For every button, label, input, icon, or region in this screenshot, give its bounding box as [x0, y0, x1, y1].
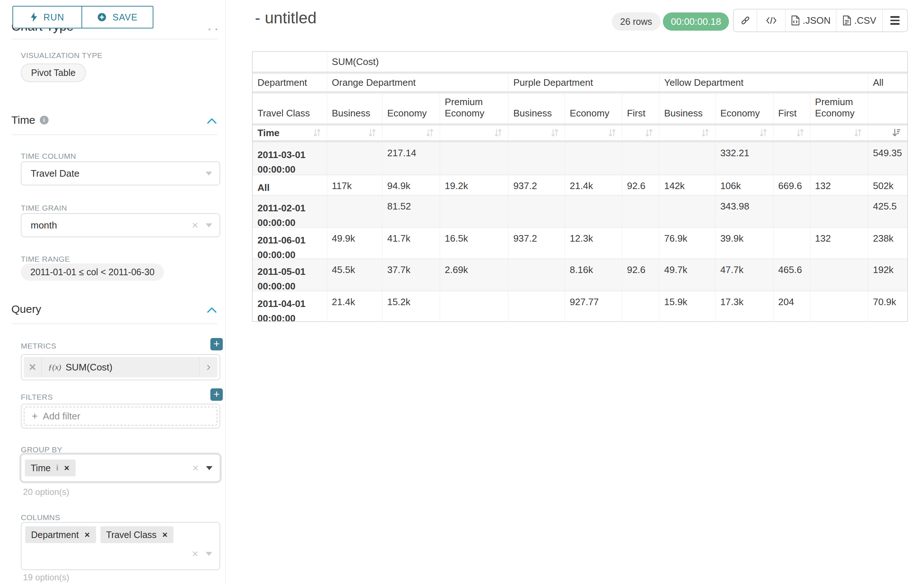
sort-toggle-icon[interactable]	[426, 128, 434, 138]
pivot-data-row: All117k94.9k19.2k937.221.4k92.6142k106k6…	[253, 174, 907, 195]
pivot-value-cell	[622, 228, 660, 258]
more-options-button[interactable]	[883, 10, 907, 31]
export-csv-button[interactable]: .CSV	[837, 10, 883, 31]
chevron-up-icon[interactable]	[207, 118, 217, 124]
sort-toggle-icon[interactable]	[701, 128, 709, 138]
time-grain-label: TIME GRAIN	[21, 204, 67, 212]
tag-label: Time	[31, 463, 51, 474]
pivot-value-cell	[440, 196, 509, 227]
chevron-down-icon[interactable]	[206, 466, 213, 470]
sort-toggle-icon[interactable]	[645, 128, 653, 138]
remove-tag-icon[interactable]: ✕	[84, 531, 90, 539]
chevron-down-icon[interactable]	[206, 224, 212, 227]
pivot-value-cell: 142k	[659, 175, 716, 195]
sort-descending-active-icon[interactable]	[892, 128, 901, 138]
time-column-select[interactable]: Travel Date	[21, 161, 220, 186]
pivot-sort-cell[interactable]	[774, 125, 810, 140]
pivot-value-cell: 17.3k	[716, 291, 774, 321]
sort-toggle-icon[interactable]	[608, 128, 616, 138]
pivot-sort-cell[interactable]	[440, 125, 509, 140]
columns-select[interactable]: Department ✕ Travel Class ✕ ×	[21, 522, 220, 570]
group-by-tag-time[interactable]: Time i ✕	[25, 459, 76, 476]
pivot-sort-cell[interactable]	[622, 125, 660, 140]
pivot-sort-cell[interactable]	[716, 125, 774, 140]
metric-label: ƒ(x) SUM(Cost)	[42, 357, 200, 377]
pivot-sort-cell[interactable]	[868, 125, 907, 140]
pivot-column-header-cell: Business	[327, 94, 383, 123]
pivot-value-cell: 8.16k	[565, 259, 622, 291]
chevron-down-icon[interactable]	[206, 171, 212, 176]
clear-icon[interactable]: ×	[192, 548, 198, 559]
tag-label: Travel Class	[106, 530, 157, 540]
time-range-pill[interactable]: 2011-01-01 ≤ col < 2011-06-30	[21, 263, 164, 281]
sort-toggle-icon[interactable]	[796, 128, 804, 138]
sort-toggle-icon[interactable]	[759, 128, 767, 138]
pivot-column-header-cell: Premium Economy	[810, 94, 868, 123]
chevron-down-icon[interactable]	[206, 552, 212, 556]
pivot-value-cell	[565, 196, 622, 227]
group-by-options-hint: 20 option(s)	[23, 487, 69, 497]
add-filter-button[interactable]: + Add filter	[24, 406, 217, 426]
export-json-label: .JSON	[803, 15, 831, 26]
pivot-row-header-cell: 2011-03-0100:00:00	[253, 142, 327, 174]
save-button[interactable]: SAVE	[82, 6, 153, 28]
group-by-select[interactable]: Time i ✕ ×	[21, 454, 220, 482]
pivot-value-cell: 117k	[327, 175, 383, 195]
pivot-value-cell	[508, 196, 565, 227]
remove-tag-icon[interactable]: ✕	[64, 464, 70, 472]
sort-toggle-icon[interactable]	[494, 128, 502, 138]
group-by-label: GROUP BY	[21, 445, 63, 454]
clear-icon[interactable]: ×	[192, 462, 199, 474]
pivot-group-header-cell: All	[868, 74, 907, 91]
pivot-value-cell	[440, 142, 509, 174]
pivot-table: SUM(Cost)DepartmentOrange DepartmentPurp…	[252, 51, 908, 322]
sort-toggle-icon[interactable]	[551, 128, 559, 138]
file-json-icon	[791, 15, 800, 26]
pivot-row-label: All	[257, 180, 269, 195]
pivot-column-header-cell: First	[774, 94, 810, 123]
pivot-sort-cell[interactable]	[659, 125, 716, 140]
remove-tag-icon[interactable]: ✕	[162, 531, 168, 539]
add-filter-plus-button[interactable]: +	[210, 388, 223, 401]
chevron-right-icon[interactable]: ›	[200, 357, 217, 377]
columns-tag-department[interactable]: Department ✕	[25, 526, 96, 543]
pivot-value-cell: 92.6	[622, 259, 660, 291]
columns-label: COLUMNS	[21, 513, 60, 522]
pivot-value-cell: 94.9k	[383, 175, 440, 195]
sort-toggle-icon[interactable]	[854, 128, 862, 138]
remove-metric-icon[interactable]: ✕	[24, 357, 42, 377]
chart-title[interactable]: - untitled	[255, 9, 317, 27]
pivot-sort-cell[interactable]	[508, 125, 565, 140]
chevron-up-icon[interactable]	[207, 307, 217, 313]
columns-tag-travel-class[interactable]: Travel Class ✕	[101, 526, 174, 543]
pivot-value-cell: 47.7k	[716, 259, 774, 291]
run-button[interactable]: RUN	[12, 6, 82, 28]
embed-code-button[interactable]	[757, 10, 785, 31]
pivot-value-cell: 21.4k	[327, 291, 383, 321]
pivot-sort-cell[interactable]	[565, 125, 622, 140]
export-csv-label: .CSV	[854, 15, 876, 26]
time-grain-select[interactable]: month ×	[21, 213, 220, 237]
pivot-value-cell: 549.35	[868, 142, 907, 174]
columns-options-hint: 19 option(s)	[23, 572, 69, 582]
sort-toggle-icon[interactable]	[313, 128, 321, 138]
pivot-travel-class-label-cell: Travel Class	[253, 94, 327, 123]
visualization-type-pill[interactable]: Pivot Table	[21, 64, 86, 82]
file-csv-icon	[843, 15, 851, 26]
pivot-value-cell: 21.4k	[565, 175, 622, 195]
add-filter-label: Add filter	[43, 411, 80, 422]
pivot-sort-cell[interactable]	[327, 125, 383, 140]
pivot-row-label: 2011-02-0100:00:00	[257, 201, 306, 227]
export-json-button[interactable]: .JSON	[785, 10, 837, 31]
pivot-time-sort-cell[interactable]: Time	[253, 125, 327, 140]
metric-pill[interactable]: ✕ ƒ(x) SUM(Cost) ›	[24, 357, 217, 377]
pivot-sort-cell[interactable]	[383, 125, 440, 140]
pivot-column-header-cell: Business	[508, 94, 565, 123]
info-icon: i	[56, 463, 58, 473]
time-range-label: TIME RANGE	[21, 255, 70, 263]
sort-toggle-icon[interactable]	[368, 128, 376, 138]
add-metric-button[interactable]: +	[210, 338, 223, 350]
clear-icon[interactable]: ×	[192, 220, 198, 231]
pivot-sort-cell[interactable]	[810, 125, 868, 140]
copy-link-button[interactable]	[734, 10, 757, 31]
